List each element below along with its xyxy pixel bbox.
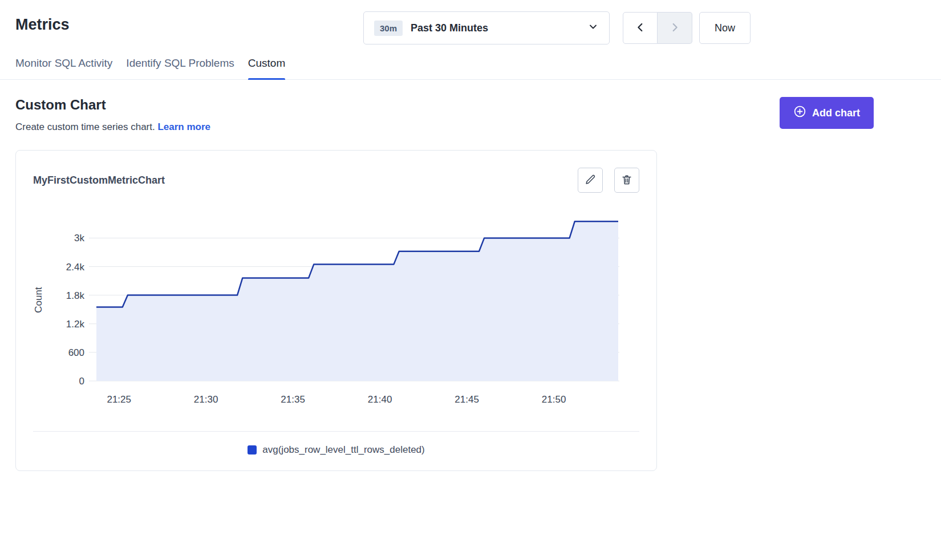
svg-text:0: 0	[79, 376, 84, 387]
tab-bar: Monitor SQL Activity Identify SQL Proble…	[0, 57, 941, 80]
section-subtitle: Create custom time series chart. Learn m…	[15, 121, 210, 133]
svg-text:Count: Count	[33, 287, 44, 313]
chart-legend: avg(jobs_row_level_ttl_rows_deleted)	[16, 432, 656, 470]
time-next-button[interactable]	[658, 12, 692, 44]
section-subtitle-text: Create custom time series chart.	[15, 121, 155, 132]
section-title: Custom Chart	[15, 97, 210, 113]
chart-actions	[578, 168, 639, 193]
time-nav-group	[623, 12, 692, 44]
plus-circle-icon	[793, 105, 806, 121]
svg-text:21:40: 21:40	[368, 394, 392, 405]
tab-custom[interactable]: Custom	[248, 57, 285, 79]
edit-chart-button[interactable]	[578, 168, 603, 193]
svg-text:21:50: 21:50	[542, 394, 566, 405]
svg-text:21:45: 21:45	[455, 394, 479, 405]
add-chart-button[interactable]: Add chart	[780, 97, 874, 129]
metrics-page: Metrics 30m Past 30 Minutes Now Monito	[0, 0, 941, 560]
chevron-down-icon	[587, 21, 599, 35]
legend-swatch	[248, 445, 257, 455]
chart-title: MyFirstCustomMetricChart	[33, 175, 165, 186]
delete-chart-button[interactable]	[614, 168, 639, 193]
svg-text:1.2k: 1.2k	[66, 319, 85, 330]
svg-text:600: 600	[68, 347, 84, 358]
custom-chart-card: MyFirstCustomMetricChart 06001.2k1.8k2.4…	[15, 150, 657, 471]
time-series-chart[interactable]: 06001.2k1.8k2.4k3k21:2521:3021:3521:4021…	[16, 206, 658, 409]
svg-text:21:30: 21:30	[194, 394, 218, 405]
page-title: Metrics	[15, 16, 70, 34]
svg-text:2.4k: 2.4k	[66, 262, 85, 273]
time-range-badge: 30m	[374, 21, 403, 36]
chevron-right-icon	[668, 21, 681, 35]
chevron-left-icon	[634, 21, 647, 35]
tab-monitor-sql-activity[interactable]: Monitor SQL Activity	[15, 57, 112, 79]
chart-card-head: MyFirstCustomMetricChart	[16, 168, 656, 193]
legend-label: avg(jobs_row_level_ttl_rows_deleted)	[262, 444, 424, 456]
now-button[interactable]: Now	[699, 12, 751, 44]
trash-icon	[620, 173, 633, 188]
topbar: Metrics 30m Past 30 Minutes Now	[0, 0, 941, 57]
time-range-label: Past 30 Minutes	[411, 22, 587, 34]
time-range-selector[interactable]: 30m Past 30 Minutes	[363, 11, 610, 44]
svg-text:1.8k: 1.8k	[66, 290, 85, 301]
pencil-icon	[584, 173, 597, 188]
svg-text:21:25: 21:25	[107, 394, 131, 405]
section-head: Custom Chart Create custom time series c…	[0, 80, 941, 133]
svg-text:21:35: 21:35	[281, 394, 305, 405]
learn-more-link[interactable]: Learn more	[157, 121, 210, 132]
time-prev-button[interactable]	[623, 12, 658, 44]
svg-text:3k: 3k	[74, 233, 84, 244]
add-chart-button-label: Add chart	[812, 107, 860, 119]
section-head-text: Custom Chart Create custom time series c…	[15, 97, 210, 133]
tab-identify-sql-problems[interactable]: Identify SQL Problems	[126, 57, 234, 79]
